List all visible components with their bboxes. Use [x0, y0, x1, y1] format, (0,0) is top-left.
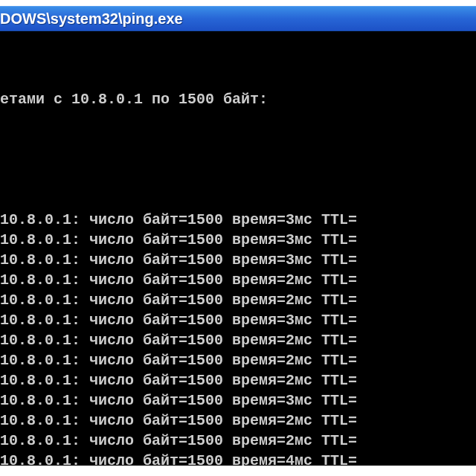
ping-reply-line: 10.8.0.1: число байт=1500 время=2мс TTL= — [0, 270, 476, 290]
ping-header-line: етами с 10.8.0.1 по 1500 байт: — [0, 89, 476, 109]
ping-reply-line: 10.8.0.1: число байт=1500 время=3мс TTL= — [0, 390, 476, 411]
blank-line — [0, 149, 476, 170]
top-blank-strip — [0, 0, 476, 6]
title-bar[interactable]: DOWS\system32\ping.exe — [0, 6, 476, 31]
bottom-blank-strip — [0, 466, 476, 476]
ping-reply-line: 10.8.0.1: число байт=1500 время=2мс TTL= — [0, 350, 476, 370]
window: DOWS\system32\ping.exe етами с 10.8.0.1 … — [0, 0, 476, 476]
window-title: DOWS\system32\ping.exe — [0, 10, 183, 28]
ping-reply-line: 10.8.0.1: число байт=1500 время=3мс TTL= — [0, 230, 476, 250]
console-output[interactable]: етами с 10.8.0.1 по 1500 байт: 10.8.0.1:… — [0, 34, 476, 466]
ping-reply-line: 10.8.0.1: число байт=1500 время=4мс TTL= — [0, 451, 476, 466]
ping-reply-line: 10.8.0.1: число байт=1500 время=3мс TTL= — [0, 250, 476, 270]
ping-reply-line: 10.8.0.1: число байт=1500 время=3мс TTL= — [0, 310, 476, 330]
ping-reply-line: 10.8.0.1: число байт=1500 время=2мс TTL= — [0, 290, 476, 310]
ping-lines: 10.8.0.1: число байт=1500 время=3мс TTL=… — [0, 210, 476, 466]
ping-reply-line: 10.8.0.1: число байт=1500 время=2мс TTL= — [0, 431, 476, 451]
ping-reply-line: 10.8.0.1: число байт=1500 время=2мс TTL= — [0, 370, 476, 390]
ping-reply-line: 10.8.0.1: число байт=1500 время=2мс TTL= — [0, 330, 476, 350]
ping-reply-line: 10.8.0.1: число байт=1500 время=2мс TTL= — [0, 411, 476, 431]
ping-reply-line: 10.8.0.1: число байт=1500 время=3мс TTL= — [0, 210, 476, 230]
